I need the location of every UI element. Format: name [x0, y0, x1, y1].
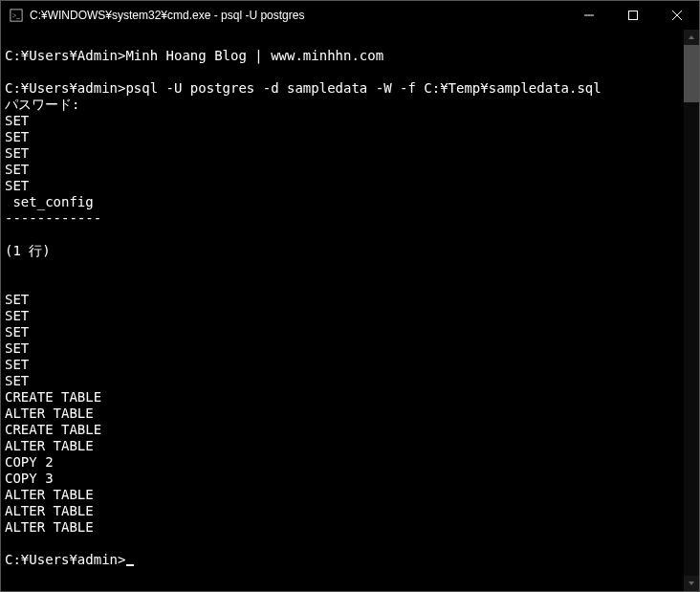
terminal-area: C:¥Users¥Admin>Minh Hoang Blog | www.min… — [1, 30, 699, 591]
terminal-line — [5, 227, 680, 243]
terminal-line — [5, 64, 680, 80]
scroll-track[interactable] — [684, 45, 699, 576]
terminal-line: ------------ — [5, 210, 680, 227]
minimize-button[interactable] — [567, 1, 611, 30]
terminal-output[interactable]: C:¥Users¥Admin>Minh Hoang Blog | www.min… — [1, 30, 684, 591]
scroll-thumb[interactable] — [684, 45, 699, 102]
terminal-line: SET — [5, 340, 680, 357]
cmd-icon: >_ — [9, 8, 24, 23]
svg-text:>_: >_ — [12, 11, 20, 20]
scroll-down-button[interactable] — [684, 576, 699, 591]
scroll-up-button[interactable] — [684, 30, 699, 45]
terminal-line: COPY 2 — [5, 454, 680, 471]
terminal-line: SET — [5, 178, 680, 194]
terminal-line: SET — [5, 357, 680, 373]
close-button[interactable] — [655, 1, 699, 30]
terminal-line: CREATE TABLE — [5, 389, 680, 406]
terminal-line: C:¥Users¥Admin>Minh Hoang Blog | www.min… — [5, 48, 680, 64]
terminal-line: COPY 3 — [5, 471, 680, 487]
terminal-line: ALTER TABLE — [5, 503, 680, 519]
terminal-line: SET — [5, 292, 680, 308]
terminal-line — [5, 32, 680, 48]
terminal-line — [5, 536, 680, 552]
terminal-line: SET — [5, 113, 680, 129]
terminal-line: ALTER TABLE — [5, 487, 680, 503]
terminal-line: ALTER TABLE — [5, 519, 680, 536]
window-title: C:¥WINDOWS¥system32¥cmd.exe - psql -U po… — [30, 9, 567, 22]
terminal-line: パスワード: — [5, 97, 680, 113]
terminal-line: SET — [5, 145, 680, 162]
terminal-line: SET — [5, 308, 680, 324]
terminal-line: SET — [5, 373, 680, 389]
terminal-line — [5, 259, 680, 275]
terminal-line: ALTER TABLE — [5, 438, 680, 454]
terminal-line: SET — [5, 129, 680, 145]
terminal-line: ALTER TABLE — [5, 406, 680, 422]
cursor — [126, 564, 134, 566]
window-controls — [567, 1, 699, 30]
terminal-line: set_config — [5, 194, 680, 210]
terminal-window: >_ C:¥WINDOWS¥system32¥cmd.exe - psql -U… — [0, 0, 700, 592]
titlebar[interactable]: >_ C:¥WINDOWS¥system32¥cmd.exe - psql -U… — [1, 1, 699, 30]
terminal-line: SET — [5, 324, 680, 340]
terminal-line — [5, 275, 680, 292]
maximize-button[interactable] — [611, 1, 655, 30]
scrollbar[interactable] — [684, 30, 699, 591]
terminal-line: C:¥Users¥admin>psql -U postgres -d sampl… — [5, 80, 680, 97]
terminal-line: SET — [5, 162, 680, 178]
terminal-line: CREATE TABLE — [5, 422, 680, 438]
svg-marker-6 — [689, 35, 694, 39]
terminal-line: C:¥Users¥admin> — [5, 552, 680, 568]
svg-marker-7 — [689, 581, 694, 585]
terminal-line: (1 行) — [5, 243, 680, 259]
svg-rect-3 — [629, 11, 638, 20]
